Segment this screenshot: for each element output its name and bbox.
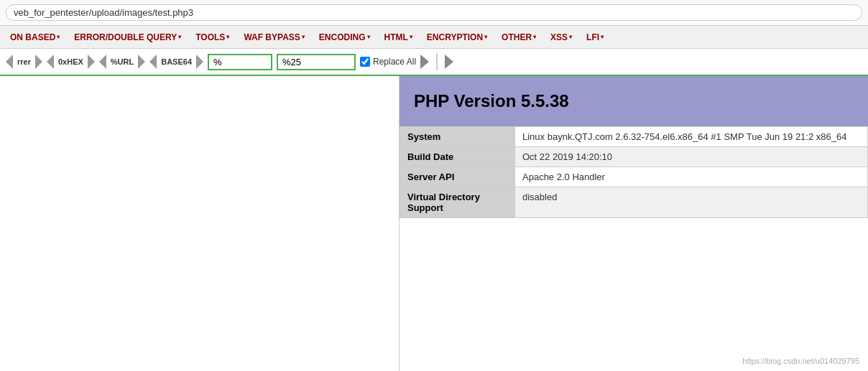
toolbar-item-error-double-query[interactable]: ERROR/DOUBLE QUERY ▾ bbox=[67, 30, 188, 44]
arrow-right-icon bbox=[196, 55, 203, 69]
table-value: Linux baynk.QTJ.com 2.6.32-754.el6.x86_6… bbox=[515, 127, 868, 147]
arrow-right-icon bbox=[35, 55, 42, 69]
toolbar-item-lfi[interactable]: LFI ▾ bbox=[579, 30, 611, 44]
encode-rrer-button[interactable]: rrer bbox=[6, 55, 42, 69]
toolbar-item-waf-bypass[interactable]: WAF BYPASS ▾ bbox=[236, 30, 311, 44]
encode-base64-button[interactable]: BASE64 bbox=[149, 55, 203, 69]
table-row: Build DateOct 22 2019 14:20:10 bbox=[400, 147, 868, 167]
table-row: SystemLinux baynk.QTJ.com 2.6.32-754.el6… bbox=[400, 127, 868, 147]
table-row: Virtual Directory Supportdisabled bbox=[400, 187, 868, 218]
chevron-down-icon: ▾ bbox=[367, 34, 370, 40]
php-version-title: PHP Version 5.5.38 bbox=[414, 91, 569, 111]
arrow-left-icon bbox=[99, 55, 106, 69]
divider bbox=[436, 53, 438, 70]
arrow-left-icon bbox=[6, 55, 13, 69]
chevron-down-icon: ▾ bbox=[410, 34, 412, 40]
arrow-right-icon bbox=[138, 55, 145, 69]
replace-all-label[interactable]: Replace All bbox=[360, 57, 416, 67]
left-panel bbox=[0, 76, 399, 371]
main-content: PHP Version 5.5.38 SystemLinux baynk.QTJ… bbox=[0, 76, 868, 371]
toolbar-item-on-based[interactable]: ON BASED ▾ bbox=[3, 30, 67, 44]
table-row: Server APIApache 2.0 Handler bbox=[400, 167, 868, 187]
chevron-down-icon: ▾ bbox=[601, 34, 604, 40]
toolbar-item-encryption[interactable]: ENCRYPTION ▾ bbox=[420, 30, 494, 44]
address-bar bbox=[0, 0, 868, 26]
table-key: System bbox=[400, 127, 515, 147]
encode-0xhex-button[interactable]: 0xHEX bbox=[47, 55, 95, 69]
chevron-down-icon: ▾ bbox=[484, 34, 487, 40]
watermark: https://blog.csdn.net/u014029795 bbox=[742, 357, 859, 365]
chevron-down-icon: ▾ bbox=[569, 34, 572, 40]
toolbar-item-encoding[interactable]: ENCODING ▾ bbox=[312, 30, 377, 44]
chevron-down-icon: ▾ bbox=[302, 34, 305, 40]
replace-all-checkbox[interactable] bbox=[360, 57, 370, 67]
table-key: Build Date bbox=[400, 147, 515, 167]
table-value: Apache 2.0 Handler bbox=[515, 167, 868, 187]
encoder-bar: rrer 0xHEX %URL BASE64 Replace All bbox=[0, 49, 868, 76]
table-key: Server API bbox=[400, 167, 515, 187]
arrow-left-icon bbox=[47, 55, 54, 69]
toolbar-item-other[interactable]: OTHER ▾ bbox=[494, 30, 543, 44]
encode-url-button[interactable]: %URL bbox=[99, 55, 145, 69]
content-area: PHP Version 5.5.38 SystemLinux baynk.QTJ… bbox=[0, 76, 868, 371]
php-info-table: SystemLinux baynk.QTJ.com 2.6.32-754.el6… bbox=[400, 126, 868, 218]
url-input[interactable] bbox=[6, 4, 862, 21]
php-header: PHP Version 5.5.38 bbox=[400, 76, 868, 126]
chevron-down-icon: ▾ bbox=[57, 34, 60, 40]
encoder-input[interactable] bbox=[208, 54, 272, 70]
encoder-output[interactable] bbox=[277, 54, 356, 70]
table-value: Oct 22 2019 14:20:10 bbox=[515, 147, 868, 167]
chevron-down-icon: ▾ bbox=[226, 34, 229, 40]
table-value: disabled bbox=[515, 187, 868, 218]
toolbar-item-tools[interactable]: TOOLS ▾ bbox=[188, 30, 236, 44]
toolbar-item-html[interactable]: HTML ▾ bbox=[377, 30, 420, 44]
table-key: Virtual Directory Support bbox=[400, 187, 515, 218]
toolbar-item-xss[interactable]: XSS ▾ bbox=[543, 30, 579, 44]
php-info-panel: PHP Version 5.5.38 SystemLinux baynk.QTJ… bbox=[399, 76, 868, 371]
secondary-arrow-button[interactable] bbox=[445, 55, 453, 69]
toolbar: ON BASED ▾ ERROR/DOUBLE QUERY ▾ TOOLS ▾ … bbox=[0, 26, 868, 49]
arrow-right-icon bbox=[88, 55, 95, 69]
apply-arrow-button[interactable] bbox=[420, 55, 429, 69]
chevron-down-icon: ▾ bbox=[178, 34, 181, 40]
chevron-down-icon: ▾ bbox=[533, 34, 536, 40]
arrow-left-icon bbox=[149, 55, 157, 69]
